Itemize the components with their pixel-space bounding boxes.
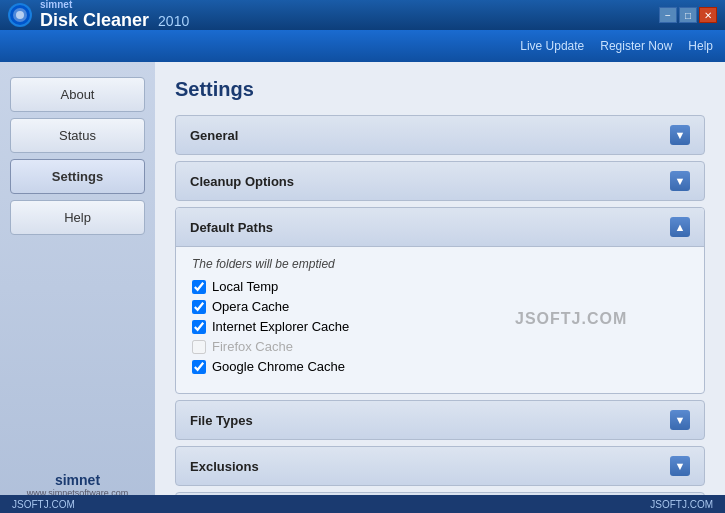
checkbox-local-temp: Local Temp xyxy=(192,279,688,294)
checkbox-opera-cache-label: Opera Cache xyxy=(212,299,289,314)
checkbox-firefox-cache-label: Firefox Cache xyxy=(212,339,293,354)
minimize-button[interactable]: − xyxy=(659,7,677,23)
main-layout: About Status Settings Help simnet www.si… xyxy=(0,62,725,513)
bottom-bar-right: JSOFTJ.COM xyxy=(650,499,713,510)
company-name: simnet xyxy=(10,472,145,488)
section-cleanup[interactable]: Cleanup Options ▼ xyxy=(175,161,705,201)
titlebar-left: simnet Disk Cleaner 2010 xyxy=(8,0,189,31)
checkbox-ie-cache-label: Internet Explorer Cache xyxy=(212,319,349,334)
small-brand: simnet xyxy=(40,0,189,10)
maximize-button[interactable]: □ xyxy=(679,7,697,23)
section-general[interactable]: General ▼ xyxy=(175,115,705,155)
checkbox-ie-cache: Internet Explorer Cache xyxy=(192,319,688,334)
checkbox-ie-cache-input[interactable] xyxy=(192,320,206,334)
register-now-link[interactable]: Register Now xyxy=(600,39,672,53)
section-exclusions-label: Exclusions xyxy=(190,459,259,474)
app-name: Disk Cleaner xyxy=(40,10,149,30)
app-year: 2010 xyxy=(158,13,189,29)
page-title: Settings xyxy=(175,78,705,101)
chevron-down-icon: ▼ xyxy=(670,125,690,145)
live-update-link[interactable]: Live Update xyxy=(520,39,584,53)
section-file-types-label: File Types xyxy=(190,413,253,428)
section-default-paths-label: Default Paths xyxy=(190,220,273,235)
checkbox-firefox-cache: Firefox Cache xyxy=(192,339,688,354)
checkbox-opera-cache-input[interactable] xyxy=(192,300,206,314)
section-file-types[interactable]: File Types ▼ xyxy=(175,400,705,440)
titlebar-title: simnet Disk Cleaner 2010 xyxy=(40,0,189,31)
svg-point-2 xyxy=(16,11,24,19)
bottom-bar-left: JSOFTJ.COM xyxy=(12,499,75,510)
section-default-paths-body: The folders will be emptied Local Temp O… xyxy=(176,247,704,393)
chevron-down-icon-2: ▼ xyxy=(670,171,690,191)
app-logo xyxy=(8,3,32,27)
checkbox-local-temp-input[interactable] xyxy=(192,280,206,294)
checkbox-chrome-cache-input[interactable] xyxy=(192,360,206,374)
section-exclusions[interactable]: Exclusions ▼ xyxy=(175,446,705,486)
section-description: The folders will be emptied xyxy=(192,257,688,271)
sidebar-item-settings[interactable]: Settings xyxy=(10,159,145,194)
section-cleanup-label: Cleanup Options xyxy=(190,174,294,189)
chevron-down-icon-3: ▼ xyxy=(670,410,690,430)
help-nav-link[interactable]: Help xyxy=(688,39,713,53)
section-default-paths: Default Paths ▲ The folders will be empt… xyxy=(175,207,705,394)
close-button[interactable]: ✕ xyxy=(699,7,717,23)
navbar: Live Update Register Now Help xyxy=(0,30,725,62)
bottom-bar: JSOFTJ.COM JSOFTJ.COM xyxy=(0,495,725,513)
section-default-paths-header[interactable]: Default Paths ▲ xyxy=(176,208,704,247)
window-controls: − □ ✕ xyxy=(659,7,717,23)
sidebar-item-about[interactable]: About xyxy=(10,77,145,112)
checkbox-chrome-cache-label: Google Chrome Cache xyxy=(212,359,345,374)
checkbox-chrome-cache: Google Chrome Cache xyxy=(192,359,688,374)
chevron-down-icon-4: ▼ xyxy=(670,456,690,476)
sidebar: About Status Settings Help simnet www.si… xyxy=(0,62,155,513)
sidebar-item-help[interactable]: Help xyxy=(10,200,145,235)
section-general-label: General xyxy=(190,128,238,143)
checkbox-firefox-cache-input xyxy=(192,340,206,354)
checkbox-local-temp-label: Local Temp xyxy=(212,279,278,294)
sidebar-item-status[interactable]: Status xyxy=(10,118,145,153)
checkbox-opera-cache: Opera Cache xyxy=(192,299,688,314)
chevron-up-icon: ▲ xyxy=(670,217,690,237)
content-area: Settings General ▼ Cleanup Options ▼ Def… xyxy=(155,62,725,513)
titlebar: simnet Disk Cleaner 2010 − □ ✕ xyxy=(0,0,725,30)
